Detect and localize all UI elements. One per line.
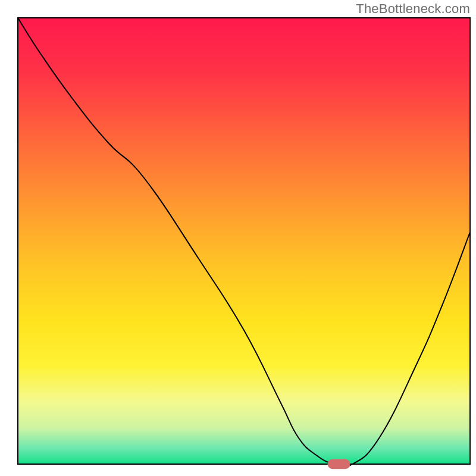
optimal-point-marker xyxy=(328,459,350,469)
chart-container: TheBottleneck.com xyxy=(0,0,476,476)
watermark-text: TheBottleneck.com xyxy=(356,1,470,17)
chart-svg xyxy=(0,0,476,476)
